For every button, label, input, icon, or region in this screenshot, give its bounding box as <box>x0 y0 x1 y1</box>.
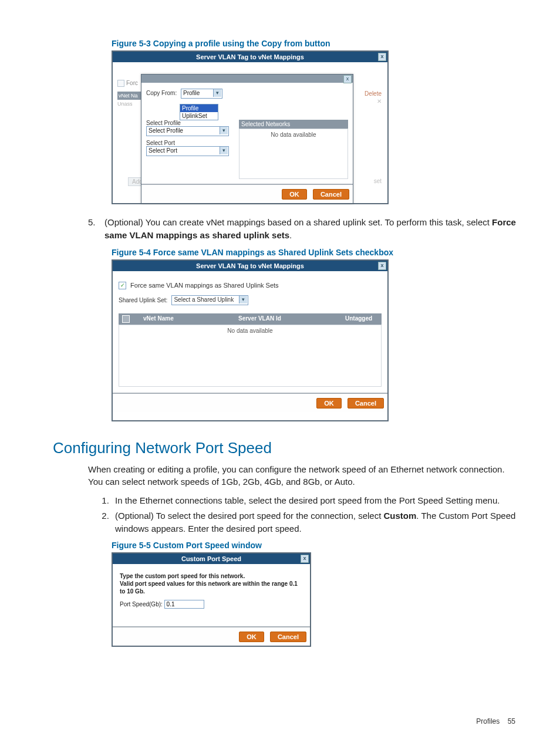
fig54-table-body: No data available <box>119 325 382 387</box>
fig53-title-text: Server VLAN Tag to vNet Mappings <box>196 53 304 60</box>
step5-text-c: . <box>289 230 292 240</box>
fig54-title-text: Server VLAN Tag to vNet Mappings <box>196 262 304 269</box>
footer-page: 55 <box>508 717 515 725</box>
fig54-title: Server VLAN Tag to vNet Mappings x <box>113 261 387 271</box>
port-speed-input[interactable] <box>164 600 204 609</box>
step-2: (Optional) To select the desired port sp… <box>112 509 519 535</box>
copy-from-select[interactable]: Profile <box>181 89 222 99</box>
close-icon[interactable]: x <box>343 75 352 83</box>
close-icon[interactable]: x <box>301 555 309 563</box>
step-2a: (Optional) To select the desired port sp… <box>115 511 384 521</box>
dropdown-option-profile[interactable]: Profile <box>180 104 218 112</box>
copy-from-label: Copy From: <box>146 90 177 96</box>
fig55-dialog: Custom Port Speed x Type the custom port… <box>112 552 311 647</box>
force-vlan-label: Force same VLAN mappings as Shared Uplin… <box>130 282 279 289</box>
shared-uplink-set-label: Shared Uplink Set: <box>119 297 167 303</box>
select-port-select[interactable]: Select Port <box>146 146 229 156</box>
ok-button[interactable]: OK <box>239 632 264 642</box>
delete-icon: ✕ <box>365 98 382 104</box>
fig54-dialog: Server VLAN Tag to vNet Mappings x ✓ For… <box>112 259 389 421</box>
copy-from-dropdown-list[interactable]: Profile UplinkSet <box>180 104 218 120</box>
copy-from-inner-dialog: x Copy From: Profile Profile UplinkSet <box>141 74 353 204</box>
ok-button[interactable]: OK <box>282 189 307 200</box>
shared-uplink-set-select[interactable]: Select a Shared Uplink <box>171 295 248 305</box>
select-profile-select[interactable]: Select Profile <box>146 126 229 136</box>
delete-partial-label: Delete <box>365 90 382 97</box>
port-speed-label: Port Speed(Gb): <box>120 601 163 607</box>
ok-button[interactable]: OK <box>316 398 342 409</box>
fig55-line2: Valid port speed values for this network… <box>120 580 303 595</box>
figure-5-3-caption: Figure 5-3 Copying a profile using the C… <box>112 39 519 48</box>
page-footer: Profiles 55 <box>53 717 519 725</box>
footer-label: Profiles <box>476 717 500 725</box>
force-vlan-checkbox[interactable]: ✓ <box>119 282 126 289</box>
step5-text-a: (Optional) You can create vNet mappings … <box>104 217 492 227</box>
cancel-button[interactable]: Cancel <box>270 632 306 642</box>
selected-networks-header: Selected Networks <box>239 120 348 129</box>
set-partial-label: set <box>374 178 382 184</box>
select-all-checkbox[interactable] <box>122 315 130 323</box>
fig53-dialog: Server VLAN Tag to vNet Mappings x Forc … <box>112 50 389 204</box>
cancel-button[interactable]: Cancel <box>348 398 384 409</box>
fig55-title-text: Custom Port Speed <box>181 555 241 562</box>
fig53-title: Server VLAN Tag to vNet Mappings x <box>113 52 387 62</box>
figure-5-4-caption: Figure 5-4 Force same VLAN mappings as S… <box>112 248 519 257</box>
close-icon[interactable]: x <box>378 53 386 61</box>
select-port-label: Select Port <box>146 140 234 146</box>
col-server-vlan-id: Server VLAN Id <box>235 313 342 325</box>
select-profile-label: Select Profile <box>146 120 234 126</box>
checkbox-icon <box>117 80 124 87</box>
close-icon[interactable]: x <box>378 262 386 270</box>
section-para1: When creating or editing a profile, you … <box>88 463 519 489</box>
step-1: In the Ethernet connections table, selec… <box>112 494 519 507</box>
figure-5-5-caption: Figure 5-5 Custom Port Speed window <box>112 541 519 550</box>
fig55-title: Custom Port Speed x <box>113 553 310 564</box>
cancel-button[interactable]: Cancel <box>313 189 349 200</box>
col-vnet-name: vNet Name <box>140 313 235 325</box>
fig55-line1: Type the custom port speed for this netw… <box>120 572 303 580</box>
section-heading: Configuring Network Port Speed <box>53 439 519 457</box>
step-2b: Custom <box>384 511 417 521</box>
col-untagged: Untagged <box>342 313 382 325</box>
force-partial-label: Forc <box>126 80 138 86</box>
step-number-5: 5. <box>88 216 104 242</box>
selected-networks-body: No data available <box>239 129 348 179</box>
dropdown-option-uplinkset[interactable]: UplinkSet <box>180 112 218 120</box>
fig54-table-header: vNet Name Server VLAN Id Untagged <box>119 313 382 325</box>
